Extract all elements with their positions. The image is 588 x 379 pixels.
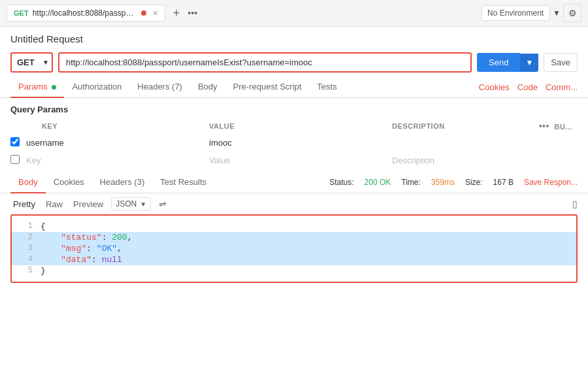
url-bar: GET ▼ Send ▼ Save	[0, 48, 588, 76]
format-type-select[interactable]: JSON	[116, 199, 137, 208]
param-value-placeholder: Value	[209, 156, 230, 165]
response-tab-cookies[interactable]: Cookies	[46, 172, 92, 193]
code-content-5: }	[41, 266, 46, 276]
send-button[interactable]: Send	[477, 53, 520, 72]
param-row-checkbox[interactable]	[10, 137, 20, 146]
code-content-1: {	[41, 222, 46, 231]
tab-params[interactable]: Params	[10, 76, 64, 98]
environment-selector: No Environment ▼ ⚙	[482, 4, 581, 22]
environment-settings-button[interactable]: ⚙	[563, 4, 581, 22]
response-body-section: Pretty Raw Preview JSON ▼ ⇌ ▯ 1 { 2 "sta…	[0, 193, 588, 283]
line-number-5: 5	[17, 266, 33, 275]
line-number-4: 4	[17, 255, 33, 264]
code-line-2: 2 "status": 200,	[12, 232, 576, 243]
param-value: imooc	[209, 138, 232, 148]
tab-authorization[interactable]: Authorization	[64, 76, 129, 98]
params-active-dot	[52, 85, 56, 90]
comments-link[interactable]: Comm...	[546, 82, 578, 92]
save-response-button[interactable]: Save Respon...	[524, 178, 578, 187]
http-method-select[interactable]: GET	[12, 54, 40, 71]
method-select-wrapper: GET ▼	[10, 52, 53, 73]
request-tab[interactable]: GET http://localhost:8088/passport/... ×	[7, 5, 165, 22]
tab-close-icon[interactable]: ×	[153, 8, 158, 18]
method-arrow-icon: ▼	[40, 59, 52, 66]
response-tab-headers[interactable]: Headers (3)	[92, 172, 153, 193]
col-header-actions: ••• Bu...	[538, 118, 578, 134]
tabs-more-icon[interactable]: •••	[188, 8, 197, 18]
col-header-description: DESCRIPTION	[392, 118, 538, 134]
param-key-placeholder: Key	[26, 156, 41, 165]
query-params-section: Query Params KEY VALUE DESCRIPTION ••• B…	[0, 98, 588, 169]
send-button-wrapper: Send ▼	[477, 53, 538, 72]
format-type-select-wrapper: JSON ▼	[111, 197, 151, 210]
code-line-3: 3 "msg": "OK",	[12, 243, 576, 254]
time-label: Time:	[401, 178, 421, 187]
request-tabs-right: Cookies Code Comm...	[479, 82, 578, 92]
top-bar: GET http://localhost:8088/passport/... ×…	[0, 0, 588, 27]
col-header-key: KEY	[26, 118, 209, 134]
cookies-link[interactable]: Cookies	[479, 82, 510, 92]
response-status-bar: Status: 200 OK Time: 359ms Size: 167 B S…	[329, 178, 578, 187]
save-button[interactable]: Save	[544, 53, 578, 72]
request-tabs: Params Authorization Headers (7) Body Pr…	[0, 76, 588, 98]
code-line-1: 1 {	[12, 221, 576, 232]
code-content-4: "data": null	[41, 255, 122, 265]
tab-modified-dot	[141, 10, 146, 16]
code-content-2: "status": 200,	[41, 233, 132, 242]
line-number-2: 2	[17, 233, 33, 242]
time-value: 359ms	[431, 178, 455, 187]
tab-headers[interactable]: Headers (7)	[129, 76, 190, 98]
tab-prerequest[interactable]: Pre-request Script	[225, 76, 310, 98]
request-title-bar: Untitled Request	[0, 27, 588, 48]
query-params-title: Query Params	[10, 105, 578, 114]
bulk-edit-label[interactable]: Bu...	[554, 123, 572, 131]
response-format-bar: Pretty Raw Preview JSON ▼ ⇌ ▯	[10, 197, 578, 210]
environment-dropdown[interactable]: No Environment	[482, 5, 550, 21]
code-link[interactable]: Code	[517, 82, 538, 92]
request-title: Untitled Request	[10, 33, 83, 44]
line-number-1: 1	[17, 222, 33, 231]
tab-method: GET	[14, 9, 29, 17]
tab-body[interactable]: Body	[190, 76, 225, 98]
size-value: 167 B	[493, 178, 514, 187]
response-tab-test-results[interactable]: Test Results	[152, 172, 214, 193]
param-empty-row: Key Value Description	[10, 152, 578, 169]
param-desc-placeholder: Description	[392, 156, 434, 165]
format-raw-button[interactable]: Raw	[43, 198, 65, 210]
status-value: 200 OK	[365, 178, 391, 187]
code-content-3: "msg": "OK",	[41, 244, 122, 254]
params-table: KEY VALUE DESCRIPTION ••• Bu... username	[10, 118, 578, 169]
format-select-arrow: ▼	[140, 201, 146, 208]
line-number-3: 3	[17, 244, 33, 253]
bulk-edit-icon[interactable]: •••	[539, 121, 549, 131]
code-line-4: 4 "data": null	[12, 254, 576, 265]
code-line-5: 5 }	[12, 265, 576, 276]
size-label: Size:	[465, 178, 483, 187]
url-input[interactable]	[66, 58, 464, 67]
send-dropdown-button[interactable]: ▼	[520, 54, 538, 72]
format-preview-button[interactable]: Preview	[71, 198, 106, 210]
response-tabs: Body Cookies Headers (3) Test Results St…	[0, 172, 588, 193]
param-key: username	[26, 138, 64, 148]
gear-icon: ⚙	[568, 8, 577, 18]
response-tab-body[interactable]: Body	[10, 172, 46, 193]
new-tab-button[interactable]: +	[171, 7, 183, 20]
response-code-block: 1 { 2 "status": 200, 3 "msg": "OK", 4 "d…	[10, 214, 578, 283]
word-wrap-icon[interactable]: ⇌	[159, 199, 167, 209]
tab-tests[interactable]: Tests	[309, 76, 344, 98]
format-pretty-button[interactable]: Pretty	[10, 198, 38, 210]
status-label: Status:	[329, 178, 353, 187]
env-dropdown-arrow: ▼	[553, 8, 561, 18]
tab-url: http://localhost:8088/passport/...	[33, 8, 137, 18]
col-header-value: VALUE	[209, 118, 392, 134]
table-row: username imooc	[10, 134, 578, 152]
url-input-wrapper	[58, 52, 472, 73]
param-empty-checkbox[interactable]	[10, 155, 20, 164]
copy-icon[interactable]: ▯	[572, 199, 578, 209]
